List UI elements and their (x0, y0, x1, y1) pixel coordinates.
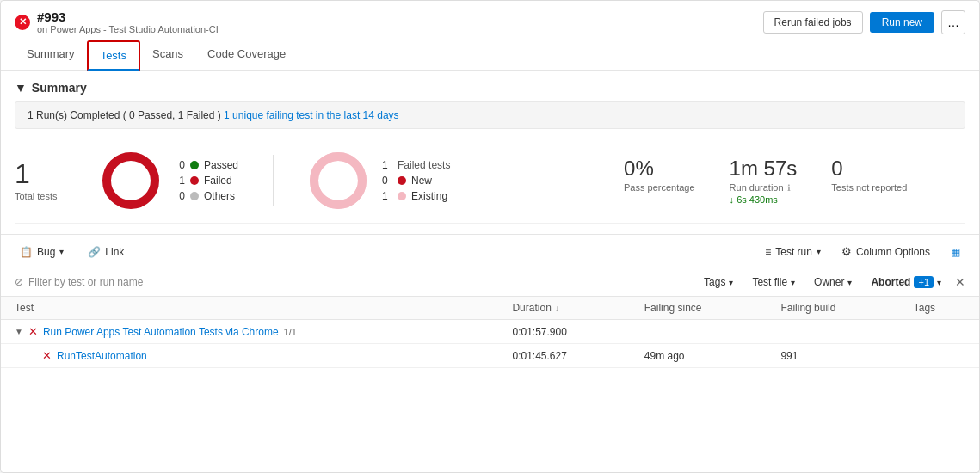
tags-cell-2 (900, 344, 979, 368)
existing-count: 1 (382, 190, 392, 202)
collapse-icon[interactable]: ▼ (15, 81, 27, 95)
expand-chevron[interactable]: ▼ (15, 327, 23, 336)
aborted-badge: +1 (914, 276, 934, 288)
new-dot (398, 176, 406, 185)
table-row: ▼ ✕ Run Power Apps Test Automation Tests… (1, 320, 979, 344)
tab-tests[interactable]: Tests (87, 40, 140, 71)
summary-banner: 1 Run(s) Completed ( 0 Passed, 1 Failed … (15, 101, 965, 129)
test-tag-1: 1/1 (284, 327, 297, 337)
failing-since-cell-1 (631, 320, 767, 344)
run-new-button[interactable]: Run new (870, 12, 934, 33)
failed-count: 1 (175, 175, 185, 187)
failed-tests-legend: 1 Failed tests (382, 159, 554, 171)
not-reported-metric: 0 Tests not reported (831, 157, 907, 205)
info-icon: ℹ (787, 183, 791, 193)
more-options-button[interactable]: … (941, 10, 965, 34)
test-name-2[interactable]: RunTestAutomation (57, 350, 147, 362)
tags-filter[interactable]: Tags ▾ (699, 273, 738, 291)
existing-legend: 1 Existing (382, 190, 554, 202)
separator-2 (589, 155, 589, 206)
owner-chevron: ▾ (847, 278, 852, 287)
tags-cell-1 (900, 320, 979, 344)
total-count: 1 (15, 160, 30, 187)
passed-label: Passed (204, 159, 238, 171)
test-run-icon: ≡ (765, 246, 771, 258)
failed-label: Failed (204, 175, 232, 187)
col-failing-since: Failing since (631, 297, 767, 320)
table-row: ✕ RunTestAutomation 0:01:45.627 49m ago … (1, 344, 979, 368)
close-button[interactable]: ✕ (15, 15, 30, 30)
existing-dot (398, 192, 406, 200)
failing-build-cell-1 (767, 320, 899, 344)
failed-icon-2: ✕ (42, 349, 52, 362)
duration-sort-icon: ↓ (555, 304, 559, 313)
failed-legend: 1 Failed (175, 175, 238, 187)
failed-tests-count: 1 (382, 159, 392, 171)
test-file-filter[interactable]: Test file ▾ (747, 273, 800, 291)
duration-cell-1: 0:01:57.900 (498, 320, 630, 344)
col-duration: Duration ↓ (498, 297, 630, 320)
test-table: Test Duration ↓ Failing since Failing bu… (1, 297, 979, 368)
rerun-failed-jobs-button[interactable]: Rerun failed jobs (763, 11, 863, 34)
clear-filter-button[interactable]: ✕ (955, 275, 965, 289)
svg-point-1 (107, 157, 155, 205)
svg-point-3 (314, 157, 362, 205)
tab-scans[interactable]: Scans (140, 40, 195, 71)
column-options-button[interactable]: ⚙ Column Options (836, 242, 935, 261)
tags-chevron: ▾ (729, 278, 733, 287)
bug-chevron-icon: ▾ (59, 247, 64, 256)
tabs: Summary Tests Scans Code Coverage (1, 40, 979, 71)
col-failing-build: Failing build (767, 297, 899, 320)
col-tags: Tags (900, 297, 979, 320)
link-icon: 🔗 (88, 246, 101, 258)
failed-donut-chart (308, 150, 368, 211)
filter-bar: ⊘ Filter by test or run name Tags ▾ Test… (1, 268, 979, 297)
not-reported-label: Tests not reported (831, 182, 907, 193)
main-donut-chart (101, 150, 161, 211)
filter-toggle-button[interactable]: ▦ (946, 243, 965, 261)
summary-section: ▼ Summary 1 Run(s) Completed ( 0 Passed,… (15, 81, 965, 224)
failed-dot (190, 176, 199, 185)
duration-cell-2: 0:01:45.627 (498, 344, 630, 368)
others-dot (190, 192, 199, 200)
bug-button[interactable]: 📋 Bug ▾ (15, 243, 69, 261)
separator-1 (273, 155, 274, 206)
column-options-icon: ⚙ (841, 245, 852, 258)
failed-tests-label: Failed tests (398, 159, 450, 171)
new-legend: 0 New (382, 175, 554, 187)
failed-legend-block: 1 Failed tests 0 New 1 Existing (382, 159, 554, 202)
owner-filter[interactable]: Owner ▾ (809, 273, 857, 291)
toolbar-right: ≡ Test run ▾ ⚙ Column Options ▦ (760, 242, 965, 261)
title-block: #993 on Power Apps - Test Studio Automat… (37, 9, 219, 34)
header-right: Rerun failed jobs Run new … (763, 10, 965, 34)
toolbar-left: 📋 Bug ▾ 🔗 Link (15, 243, 129, 261)
failing-build-cell-2: 991 (767, 344, 899, 368)
test-run-chevron: ▾ (817, 247, 821, 256)
table-header: Test Duration ↓ Failing since Failing bu… (1, 297, 979, 320)
total-tests-stat: 1 Total tests (15, 160, 83, 201)
tab-code-coverage[interactable]: Code Coverage (195, 40, 298, 71)
test-name-1[interactable]: Run Power Apps Test Automation Tests via… (43, 326, 279, 338)
filter-icon: ⊘ (15, 276, 23, 288)
passed-count: 0 (175, 159, 185, 171)
test-run-button[interactable]: ≡ Test run ▾ (760, 243, 826, 261)
filter-funnel-icon: ▦ (951, 246, 960, 258)
toolbar: 📋 Bug ▾ 🔗 Link ≡ Test run ▾ ⚙ Column Opt… (1, 234, 979, 268)
link-button[interactable]: 🔗 Link (83, 243, 129, 261)
failing-tests-link[interactable]: 1 unique failing test in the last 14 day… (224, 109, 398, 121)
passed-legend: 0 Passed (175, 159, 238, 171)
failed-donut: 1 Failed tests 0 New 1 Existing (308, 150, 554, 211)
aborted-chevron: ▾ (937, 278, 941, 287)
header-left: ✕ #993 on Power Apps - Test Studio Autom… (15, 9, 219, 34)
test-file-chevron: ▾ (791, 278, 795, 287)
tab-summary[interactable]: Summary (15, 40, 87, 71)
pass-pct-label: Pass percentage (624, 182, 695, 193)
stats-row: 1 Total tests 0 Passed 1 (15, 138, 965, 224)
new-label: New (411, 175, 432, 187)
not-reported-value: 0 (831, 157, 907, 181)
aborted-filter[interactable]: Aborted +1 ▾ (866, 273, 946, 291)
main-window: ✕ #993 on Power Apps - Test Studio Autom… (0, 0, 980, 473)
header: ✕ #993 on Power Apps - Test Studio Autom… (1, 1, 979, 40)
metrics: 0% Pass percentage 1m 57s Run duration ℹ… (624, 157, 907, 205)
test-cell-1: ▼ ✕ Run Power Apps Test Automation Tests… (1, 320, 498, 344)
